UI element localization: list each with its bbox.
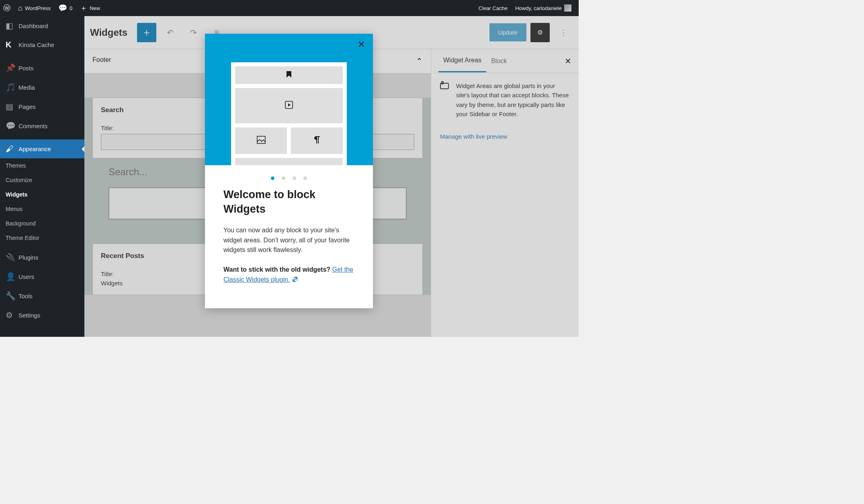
menu-kinsta-cache[interactable]: KKinsta Cache [0,35,84,54]
submenu-themes[interactable]: Themes [0,158,84,173]
bookmark-icon [286,71,292,80]
dot-1[interactable] [271,176,274,180]
submenu-background[interactable]: Background [0,216,84,231]
media-icon: 🎵 [6,82,14,92]
close-modal-button[interactable]: ✕ [358,39,365,50]
user-icon: 👤 [6,272,14,281]
external-link-icon [292,276,298,286]
admin-sidebar: ◧Dashboard KKinsta Cache 📌Posts 🎵Media ▤… [0,16,84,337]
modal-title: Welcome to block Widgets [223,187,354,217]
howdy-user[interactable]: Howdy, carlodaniele [512,0,575,16]
menu-pages[interactable]: ▤Pages [0,97,84,116]
comments-count-label: 0 [70,5,72,11]
modal-alt-question: Want to stick with the old widgets? [223,266,332,273]
pagination-dots [205,165,373,186]
menu-settings[interactable]: ⚙Settings [0,305,84,325]
clear-cache-link[interactable]: Clear Cache [475,0,511,16]
menu-media[interactable]: 🎵Media [0,78,84,97]
appearance-submenu: Themes Customize Widgets Menus Backgroun… [0,158,84,245]
image-icon [257,136,266,145]
site-name-label: WordPress [25,5,51,11]
play-icon [285,101,293,111]
plug-icon: 🔌 [6,252,14,262]
dot-3[interactable] [293,176,296,180]
menu-comments[interactable]: 💬Comments [0,116,84,135]
hero-illustration [231,62,347,165]
wp-logo[interactable]: ⓦ [0,0,14,16]
menu-tools[interactable]: 🔧Tools [0,286,84,305]
dashboard-icon: ◧ [6,21,14,31]
kinsta-icon: K [6,40,14,49]
submenu-widgets[interactable]: Widgets [0,187,84,202]
settings-icon: ⚙ [6,310,14,320]
submenu-menus[interactable]: Menus [0,202,84,216]
menu-dashboard[interactable]: ◧Dashboard [0,16,84,35]
svg-rect-3 [257,136,265,143]
menu-plugins[interactable]: 🔌Plugins [0,248,84,267]
comment-icon: 💬 [6,121,14,131]
modal-hero: ✕ [205,34,373,165]
welcome-modal: ✕ Welcome to block Widgets You can now a… [205,34,373,308]
avatar-icon [564,4,571,12]
dot-2[interactable] [282,176,285,180]
submenu-customize[interactable]: Customize [0,173,84,187]
site-home[interactable]: ⌂WordPress [15,0,54,16]
page-icon: ▤ [6,102,14,111]
modal-text: You can now add any block to your site's… [223,225,354,255]
menu-posts[interactable]: 📌Posts [0,58,84,78]
admin-bar: ⓦ ⌂WordPress 💬0 ＋New Clear Cache Howdy, … [0,0,579,16]
menu-appearance[interactable]: 🖌Appearance [0,139,84,158]
wrench-icon: 🔧 [6,291,14,301]
menu-users[interactable]: 👤Users [0,267,84,286]
pin-icon: 📌 [6,63,14,73]
brush-icon: 🖌 [6,144,14,154]
paragraph-icon [314,136,320,145]
dot-4[interactable] [303,176,307,180]
comments-bubble[interactable]: 💬0 [55,0,76,16]
new-content[interactable]: ＋New [77,0,103,16]
submenu-theme-editor[interactable]: Theme Editor [0,231,84,245]
new-label: New [90,5,100,11]
